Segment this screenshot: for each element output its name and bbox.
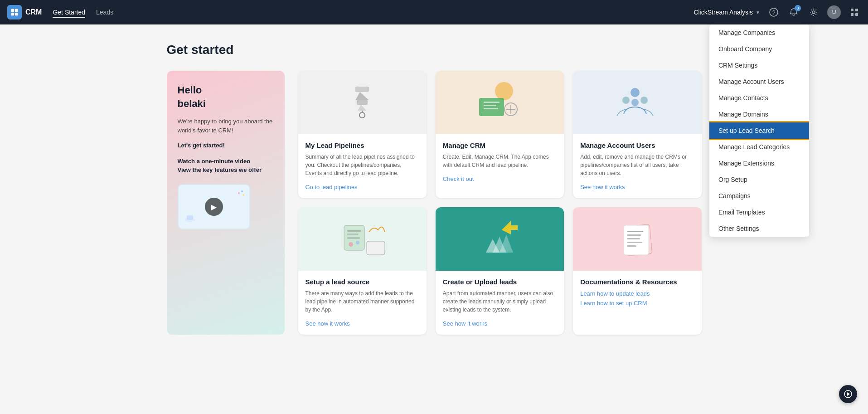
help-icon[interactable]: ? xyxy=(767,6,780,19)
cards-area: My Lead Pipelines Summary of all the lea… xyxy=(298,71,702,335)
card-body-manage-account-users: Manage Account Users Add, edit, remove a… xyxy=(573,134,701,198)
card-body-lead-pipelines: My Lead Pipelines Summary of all the lea… xyxy=(298,134,427,198)
svg-rect-47 xyxy=(627,242,642,243)
card-link-setup-lead-source[interactable]: See how it works xyxy=(305,320,350,327)
svg-point-12 xyxy=(241,190,243,192)
svg-rect-34 xyxy=(347,234,359,235)
dropdown-item-onboard-company[interactable]: Onboard Company xyxy=(709,41,809,57)
svg-point-20 xyxy=(495,82,513,100)
svg-rect-2 xyxy=(11,13,14,15)
card-link-create-upload-leads[interactable]: See how it works xyxy=(443,320,487,327)
dropdown-item-manage-contacts[interactable]: Manage Contacts xyxy=(709,90,809,106)
dropdown-item-manage-domains[interactable]: Manage Domains xyxy=(709,106,809,122)
svg-rect-46 xyxy=(627,238,640,239)
app-name: CRM xyxy=(25,8,42,16)
welcome-name: belaki xyxy=(178,98,274,110)
dropdown-item-email-templates[interactable]: Email Templates xyxy=(709,204,809,220)
watch-video-link[interactable]: Watch a one-minute video xyxy=(178,158,274,165)
app-logo[interactable]: CRM xyxy=(7,5,42,19)
notification-icon[interactable]: 0 xyxy=(787,6,800,19)
card-title-manage-crm: Manage CRM xyxy=(443,141,557,149)
card-body-create-upload-leads: Create or Upload leads Apart from automa… xyxy=(436,271,564,335)
dropdown-item-org-setup[interactable]: Org Setup xyxy=(709,171,809,188)
dropdown-item-set-up-lead-search[interactable]: Set up Lead Search xyxy=(709,122,809,139)
main-content: Get started Hello belaki We're happy to … xyxy=(140,24,729,353)
svg-rect-8 xyxy=(855,9,858,11)
key-features-link[interactable]: View the key features we offer xyxy=(178,166,274,173)
card-image-lead-pipelines xyxy=(298,71,427,134)
card-title-manage-account-users: Manage Account Users xyxy=(580,141,694,149)
doc-link-2[interactable]: Learn how to set up CRM xyxy=(580,300,694,307)
apps-icon[interactable] xyxy=(848,6,861,19)
svg-point-29 xyxy=(622,97,630,104)
dropdown-item-manage-extensions[interactable]: Manage Extensions xyxy=(709,155,809,171)
video-thumbnail[interactable]: ▶ xyxy=(178,184,250,229)
welcome-greeting: Hello xyxy=(178,84,274,96)
svg-rect-10 xyxy=(855,13,858,16)
svg-rect-7 xyxy=(851,9,853,11)
svg-rect-21 xyxy=(479,98,504,116)
card-title-setup-lead-source: Setup a lead source xyxy=(305,278,419,286)
dropdown-item-manage-lead-categories[interactable]: Manage Lead Categories xyxy=(709,139,809,155)
welcome-description: We're happy to bring you aboard the worl… xyxy=(178,117,274,135)
nav-leads[interactable]: Leads xyxy=(96,7,113,18)
card-desc-setup-lead-source: There are many ways to add the leads to … xyxy=(305,289,419,314)
account-selector[interactable]: ClickStream Analysis ▼ xyxy=(693,9,760,16)
notification-badge: 0 xyxy=(795,5,801,11)
svg-point-36 xyxy=(349,242,353,247)
card-manage-account-users: Manage Account Users Add, edit, remove a… xyxy=(573,71,701,198)
svg-rect-17 xyxy=(357,100,368,105)
card-image-setup-lead-source xyxy=(298,207,427,271)
svg-rect-44 xyxy=(627,231,643,232)
avatar[interactable]: U xyxy=(827,5,841,19)
card-desc-lead-pipelines: Summary of all the lead pipelines assign… xyxy=(305,153,419,177)
card-desc-manage-account-users: Add, edit, remove and manage the CRMs or… xyxy=(580,153,694,177)
svg-point-18 xyxy=(359,112,365,118)
settings-icon[interactable] xyxy=(807,6,820,19)
nav-get-started[interactable]: Get Started xyxy=(53,7,85,18)
chevron-down-icon: ▼ xyxy=(756,10,760,15)
doc-link-1[interactable]: Learn how to update leads xyxy=(580,290,694,297)
page-title: Get started xyxy=(167,43,702,57)
svg-point-28 xyxy=(630,88,640,97)
svg-point-31 xyxy=(631,99,639,106)
navbar-right: ClickStream Analysis ▼ ? 0 U xyxy=(693,5,861,19)
svg-rect-22 xyxy=(484,102,499,103)
card-body-setup-lead-source: Setup a lead source There are many ways … xyxy=(298,271,427,335)
svg-point-6 xyxy=(812,11,815,14)
dropdown-item-crm-settings[interactable]: CRM Settings xyxy=(709,57,809,73)
svg-point-37 xyxy=(356,241,359,244)
dropdown-item-campaigns[interactable]: Campaigns xyxy=(709,188,809,204)
svg-point-11 xyxy=(238,192,240,194)
docs-links: Learn how to update leads Learn how to s… xyxy=(580,290,694,307)
card-desc-create-upload-leads: Apart from automated manner, users can a… xyxy=(443,289,557,314)
welcome-card: Hello belaki We're happy to bring you ab… xyxy=(167,71,285,335)
svg-rect-16 xyxy=(355,87,369,92)
card-title-lead-pipelines: My Lead Pipelines xyxy=(305,141,419,149)
navbar-left: CRM Get Started Leads xyxy=(7,5,113,19)
card-manage-crm: Manage CRM Create, Edit, Manage CRM. The… xyxy=(436,71,564,198)
card-title-docs-resources: Documentations & Resources xyxy=(580,278,694,286)
card-docs-resources: Documentations & Resources Learn how to … xyxy=(573,207,701,335)
svg-text:?: ? xyxy=(772,10,776,16)
svg-point-30 xyxy=(640,97,648,104)
card-link-lead-pipelines[interactable]: Go to lead pipelines xyxy=(305,184,358,190)
dropdown-item-other-settings[interactable]: Other Settings xyxy=(709,220,809,237)
card-link-manage-crm[interactable]: Check it out xyxy=(443,175,474,182)
svg-rect-15 xyxy=(187,215,193,220)
svg-rect-33 xyxy=(347,230,361,232)
svg-rect-3 xyxy=(15,13,18,15)
svg-rect-48 xyxy=(627,245,636,247)
play-button[interactable]: ▶ xyxy=(205,198,223,216)
dropdown-item-manage-companies[interactable]: Manage Companies xyxy=(709,24,809,41)
welcome-cta: Let's get started! xyxy=(178,142,274,149)
navbar: CRM Get Started Leads ClickStream Analys… xyxy=(0,0,868,24)
dropdown-menu: Manage CompaniesOnboard CompanyCRM Setti… xyxy=(709,24,809,237)
dropdown-item-manage-account-users[interactable]: Manage Account Users xyxy=(709,73,809,90)
card-title-create-upload-leads: Create or Upload leads xyxy=(443,278,557,286)
svg-rect-0 xyxy=(11,9,14,12)
card-image-manage-account-users xyxy=(573,71,701,134)
card-link-manage-account-users[interactable]: See how it works xyxy=(580,184,625,190)
card-image-create-upload-leads xyxy=(436,207,564,271)
card-lead-pipelines: My Lead Pipelines Summary of all the lea… xyxy=(298,71,427,198)
